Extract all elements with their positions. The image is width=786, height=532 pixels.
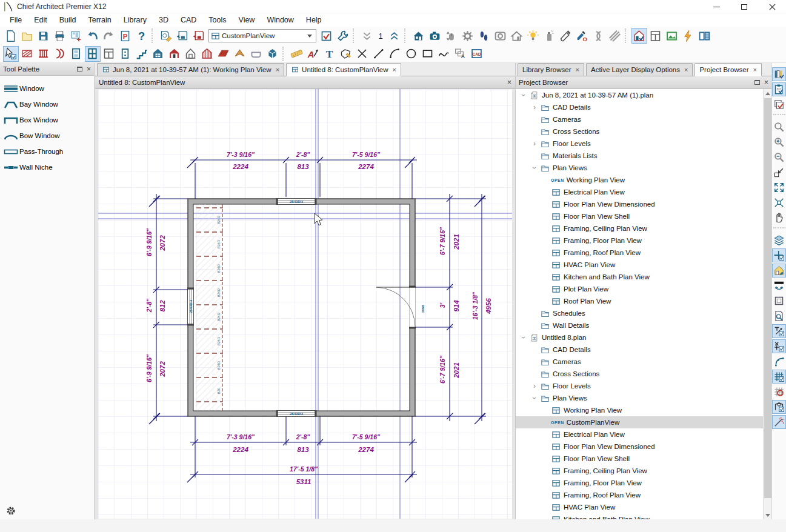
- grid-snaps-icon[interactable]: [772, 370, 786, 384]
- electrical-icon[interactable]: [681, 28, 696, 44]
- adjust-material-icon[interactable]: [575, 28, 590, 44]
- curved-wall-icon[interactable]: [52, 46, 68, 62]
- tree-item[interactable]: Floor Plan View Dimensioned: [516, 441, 764, 453]
- draw-box-icon[interactable]: [420, 46, 436, 62]
- help-icon[interactable]: [134, 28, 150, 44]
- scroll-up-button[interactable]: [764, 89, 772, 98]
- tree-item[interactable]: Wall Details: [516, 319, 764, 331]
- maximize-button[interactable]: [730, 0, 758, 13]
- render-settings-icon[interactable]: [460, 28, 476, 44]
- tree-item[interactable]: Untitled 8.plan: [516, 331, 764, 344]
- wall-direction-icon[interactable]: [772, 279, 786, 293]
- plan-preview-icon[interactable]: [772, 309, 786, 323]
- tool-palette-item[interactable]: Bow Window: [0, 128, 94, 144]
- railing-icon[interactable]: [36, 46, 52, 62]
- menu-item[interactable]: CAD: [175, 14, 202, 26]
- tree-item[interactable]: Plan Views: [516, 392, 764, 404]
- side-panel-tab[interactable]: Project Browser: [694, 63, 762, 76]
- tool-palette-item[interactable]: Wall Niche: [0, 159, 94, 175]
- print-icon[interactable]: [52, 28, 68, 44]
- tree-item[interactable]: Framing, Ceiling Plan View: [516, 222, 764, 234]
- menu-item[interactable]: Build: [53, 14, 82, 26]
- close-document-icon[interactable]: [507, 79, 511, 85]
- tree-item[interactable]: Floor Plan View Dimensioned: [516, 198, 764, 210]
- draw-spline-icon[interactable]: [436, 46, 452, 62]
- edit-saved-plan-view-icon[interactable]: [158, 28, 174, 44]
- redo-icon[interactable]: [101, 28, 117, 44]
- print-layout-icon[interactable]: [68, 28, 84, 44]
- menu-item[interactable]: Help: [300, 14, 328, 26]
- tree-item[interactable]: Plan Views: [516, 162, 764, 174]
- window-bottom[interactable]: 2840DH: [276, 410, 317, 417]
- close-tab-icon[interactable]: [392, 66, 396, 73]
- window-tools-icon[interactable]: [85, 46, 101, 62]
- framing-icon[interactable]: [199, 46, 215, 62]
- window-left[interactable]: 2840DH: [187, 288, 194, 326]
- zoom-icon[interactable]: [772, 120, 786, 134]
- close-tab-icon[interactable]: [684, 66, 688, 73]
- draw-circle-icon[interactable]: [404, 46, 419, 62]
- tree-scrollbar[interactable]: [763, 89, 771, 519]
- tree-item[interactable]: Cross Sections: [516, 368, 764, 380]
- library-books-check-icon[interactable]: [772, 67, 786, 81]
- update-plan-view-checkbox-icon[interactable]: [319, 28, 335, 44]
- clipboard-check-icon[interactable]: [772, 82, 786, 96]
- auto-dimension-house-icon[interactable]: [772, 264, 786, 278]
- tree-item[interactable]: Working Plan View: [516, 404, 764, 416]
- scroll-down-button[interactable]: [764, 511, 772, 519]
- exterior-view-icon[interactable]: [411, 28, 427, 44]
- tree-item[interactable]: Floor Levels: [516, 380, 764, 392]
- up-one-floor-icon[interactable]: [387, 28, 402, 44]
- new-plan-icon[interactable]: [3, 28, 19, 44]
- tree-item[interactable]: Floor Plan View Shell: [516, 210, 764, 222]
- chevron-right-icon[interactable]: [530, 139, 539, 148]
- float-panel-icon[interactable]: [754, 80, 760, 85]
- menu-item[interactable]: Terrain: [82, 14, 118, 26]
- minimize-button[interactable]: [702, 0, 730, 13]
- settings-gear-button[interactable]: [5, 505, 16, 517]
- tree-item[interactable]: Floor Plan View Shell: [516, 453, 764, 465]
- temporary-dimensions-icon[interactable]: [772, 324, 786, 338]
- window-house-icon[interactable]: [150, 46, 166, 62]
- close-tab-icon[interactable]: [276, 66, 279, 73]
- tree-item[interactable]: Floor Levels: [516, 138, 764, 150]
- tree-item[interactable]: OPEN Working Plan View: [516, 174, 764, 186]
- display-options-icon[interactable]: [631, 28, 647, 44]
- tree-item[interactable]: Electrical Plan View: [516, 186, 764, 198]
- tree-item[interactable]: HVAC Plan View: [516, 501, 764, 513]
- side-windows-icon[interactable]: [697, 28, 713, 44]
- dormer-icon[interactable]: [183, 46, 199, 62]
- rectangle-select-icon[interactable]: [772, 294, 786, 308]
- down-one-floor-icon[interactable]: [359, 28, 375, 44]
- walkthrough-icon[interactable]: [476, 28, 492, 44]
- side-panel-tab[interactable]: Library Browser: [518, 63, 584, 76]
- menu-item[interactable]: File: [4, 14, 28, 26]
- save-icon[interactable]: [36, 28, 52, 44]
- tree-item[interactable]: Framing, Ceiling Plan View: [516, 465, 764, 477]
- window-top[interactable]: 2840DH: [276, 198, 317, 205]
- roof-plane-icon[interactable]: [216, 46, 231, 62]
- menu-item[interactable]: 3D: [153, 14, 175, 26]
- open-plan-icon[interactable]: [19, 28, 35, 44]
- wall-tools-icon[interactable]: [19, 46, 35, 62]
- tool-palette-item[interactable]: Bay Window: [0, 96, 94, 112]
- menu-item[interactable]: View: [233, 14, 261, 26]
- door-tools-icon[interactable]: [68, 46, 84, 62]
- text-icon[interactable]: [322, 46, 338, 62]
- chevron-right-icon[interactable]: [530, 382, 539, 390]
- tree-item[interactable]: Framing, Roof Plan View: [516, 247, 764, 259]
- dimension-icon[interactable]: [289, 46, 305, 62]
- fill-window-icon[interactable]: [772, 181, 786, 195]
- tree-item[interactable]: Kitchen and Bath Plan View: [516, 271, 764, 283]
- cad-detail-icon[interactable]: [469, 46, 485, 62]
- customize-wrench-icon[interactable]: [335, 28, 351, 44]
- tree-item[interactable]: CAD Details: [516, 101, 764, 113]
- full-camera-icon[interactable]: [427, 28, 443, 44]
- menu-item[interactable]: Window: [261, 14, 299, 26]
- chevron-down-icon[interactable]: [519, 91, 528, 99]
- eyedropper-icon[interactable]: [558, 28, 574, 44]
- tree-item[interactable]: Jun 8, 2021 at 10-39-57 AM (1).plan: [516, 89, 764, 101]
- chevron-down-icon[interactable]: [530, 164, 539, 172]
- tree-item[interactable]: HVAC Plan View: [516, 259, 764, 271]
- undo-icon[interactable]: [85, 28, 101, 44]
